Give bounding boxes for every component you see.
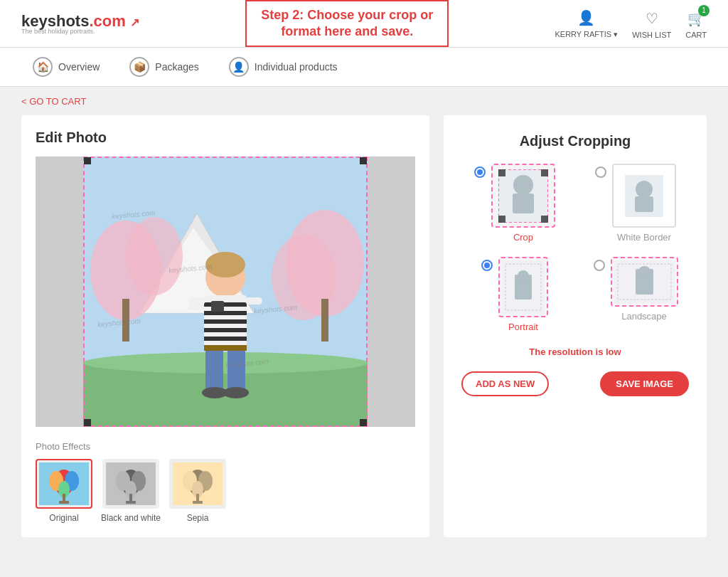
breadcrumb: < GO TO CART	[0, 87, 728, 115]
photo-canvas: keyshots.com keyshots.com keyshots.com k…	[36, 157, 415, 427]
portrait-row: Portrait	[481, 257, 548, 332]
site-header: keyshots.com ↗ The best holiday portrait…	[0, 0, 728, 48]
landscape-radio[interactable]	[594, 260, 605, 271]
resolution-warning: The resolution is low	[461, 346, 689, 357]
portrait-label: Portrait	[508, 322, 538, 332]
svg-rect-68	[638, 266, 651, 277]
portrait-radio[interactable]	[481, 260, 493, 271]
cropping-actions: ADD AS NEW SAVE IMAGE	[461, 371, 689, 396]
crop-person-svg	[498, 169, 548, 223]
cart-button[interactable]: 🛒 1 CART	[685, 9, 707, 39]
svg-rect-56	[541, 216, 548, 223]
edit-photo-panel: Edit Photo	[21, 115, 429, 537]
white-border-row: White Border	[595, 164, 676, 243]
effects-row: Original	[36, 459, 415, 523]
crop-thumb	[491, 164, 555, 228]
svg-point-59	[636, 181, 653, 198]
svg-rect-60	[635, 196, 653, 212]
white-border-label: White Border	[617, 232, 671, 243]
main-nav: 🏠 Overview 📦 Packages 👤 Individual produ…	[0, 48, 728, 87]
landscape-thumb	[611, 257, 678, 307]
effect-bw-label: Black and white	[101, 513, 161, 523]
nav-item-overview[interactable]: 🏠 Overview	[21, 51, 111, 83]
balloon-original-svg	[39, 462, 89, 505]
crop-option-portrait[interactable]: Portrait	[461, 257, 568, 332]
header-actions: 👤 KERRY RAFTIS ▾ ♡ WISH LIST 🛒 1 CART	[555, 8, 707, 39]
effect-original-thumb	[36, 459, 92, 509]
effect-original-label: Original	[49, 513, 78, 523]
main-content: Edit Photo	[0, 115, 728, 559]
nav-packages-label: Packages	[155, 61, 198, 73]
logo[interactable]: keyshots.com ↗ The best holiday portrait…	[21, 12, 139, 35]
crop-option-crop[interactable]: Crop	[461, 164, 568, 243]
landscape-label: Landscape	[621, 311, 667, 322]
effect-original[interactable]: Original	[36, 459, 92, 523]
individual-icon: 👤	[229, 57, 249, 77]
effect-bw[interactable]: Black and white	[101, 459, 161, 523]
svg-rect-47	[196, 494, 199, 501]
crop-option-white-border[interactable]: White Border	[582, 164, 689, 243]
go-to-cart-link[interactable]: < GO TO CART	[21, 96, 86, 107]
photo-effects-title: Photo Effects	[36, 441, 415, 452]
svg-rect-51	[513, 194, 534, 213]
crop-handle-top-left[interactable]	[84, 157, 91, 164]
crop-option-landscape[interactable]: Landscape	[582, 257, 689, 332]
effect-bw-thumb	[102, 459, 159, 509]
svg-point-50	[513, 175, 533, 195]
packages-icon: 📦	[129, 57, 149, 77]
nav-item-packages[interactable]: 📦 Packages	[118, 51, 210, 83]
add-as-new-button[interactable]: ADD AS NEW	[461, 371, 549, 396]
svg-rect-48	[193, 501, 203, 504]
user-name-label: KERRY RAFTIS ▾	[555, 30, 618, 39]
wishlist-button[interactable]: ♡ WISH LIST	[632, 9, 671, 39]
crop-handle-top-right[interactable]	[360, 157, 367, 164]
cart-label: CART	[685, 31, 707, 39]
crop-option-crop-row: Crop	[474, 164, 555, 243]
svg-rect-33	[63, 494, 65, 501]
photo-effects-section: Photo Effects	[36, 441, 415, 523]
svg-rect-34	[59, 501, 69, 504]
white-border-radio[interactable]	[595, 166, 606, 178]
effect-sepia-thumb	[169, 459, 226, 509]
effect-sepia[interactable]: Sepia	[169, 459, 226, 523]
crop-label: Crop	[513, 232, 533, 243]
photo-canvas-inner: keyshots.com keyshots.com keyshots.com k…	[83, 157, 368, 427]
effect-sepia-label: Sepia	[187, 513, 209, 523]
nav-item-individual[interactable]: 👤 Individual products	[218, 51, 349, 83]
white-border-person-svg	[619, 169, 669, 223]
portrait-thumb	[498, 257, 548, 317]
cart-badge-count: 1	[698, 5, 710, 16]
landscape-row: Landscape	[594, 257, 678, 322]
crop-handle-bottom-left[interactable]	[84, 419, 91, 426]
white-border-thumb	[612, 164, 676, 228]
crop-overlay[interactable]	[83, 157, 368, 427]
cart-icon-container: 🛒 1	[686, 9, 706, 28]
balloon-sepia-svg	[173, 462, 223, 505]
heart-icon: ♡	[642, 9, 662, 28]
adjust-cropping-title: Adjust Cropping	[461, 133, 689, 149]
nav-individual-label: Individual products	[255, 61, 338, 73]
svg-rect-40	[129, 494, 132, 501]
landscape-icon-svg	[614, 260, 675, 303]
svg-rect-64	[518, 270, 529, 283]
adjust-cropping-panel: Adjust Cropping	[444, 115, 707, 537]
svg-rect-41	[126, 501, 136, 504]
svg-rect-53	[498, 169, 505, 176]
save-image-button[interactable]: SAVE IMAGE	[600, 371, 689, 396]
edit-photo-title: Edit Photo	[36, 129, 415, 146]
crop-handle-bottom-right[interactable]	[360, 419, 367, 426]
home-icon: 🏠	[33, 57, 53, 77]
step-banner: Step 2: Choose your crop or format here …	[245, 0, 449, 47]
wishlist-label: WISH LIST	[632, 31, 671, 39]
crop-radio[interactable]	[474, 166, 486, 178]
nav-overview-label: Overview	[58, 61, 100, 73]
svg-rect-54	[541, 169, 548, 176]
portrait-icon-svg	[502, 260, 545, 314]
balloon-bw-svg	[106, 462, 156, 505]
user-icon: 👤	[577, 8, 596, 28]
svg-rect-55	[498, 216, 505, 223]
user-account-button[interactable]: 👤 KERRY RAFTIS ▾	[555, 8, 618, 39]
crop-options-grid: Crop	[461, 164, 689, 332]
